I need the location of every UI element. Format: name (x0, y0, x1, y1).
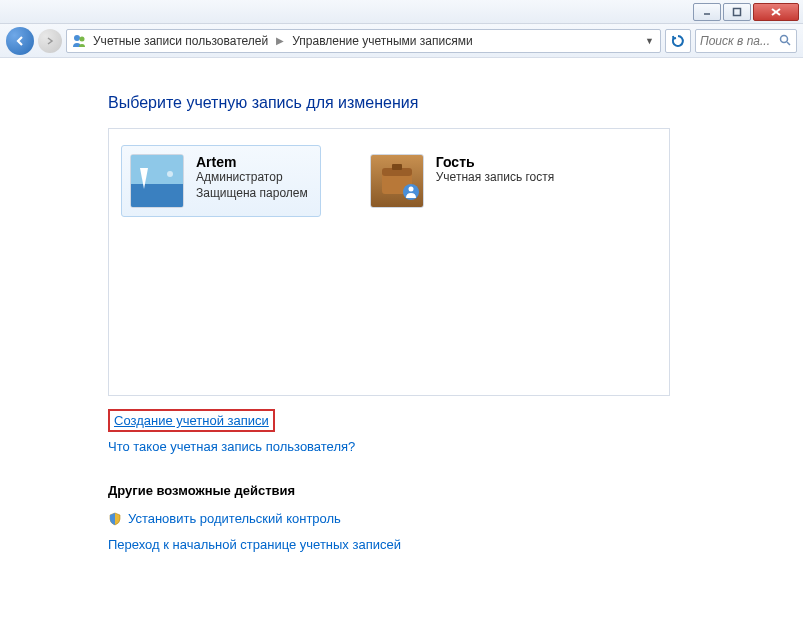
forward-button (38, 29, 62, 53)
back-button[interactable] (6, 27, 34, 55)
navigation-bar: Учетные записи пользователей ▶ Управлени… (0, 24, 803, 58)
search-box[interactable] (695, 29, 797, 53)
svg-point-6 (781, 36, 788, 43)
accounts-list: Artem Администратор Защищена паролем Гос… (108, 128, 670, 396)
create-account-link[interactable]: Создание учетной записи (108, 409, 275, 432)
account-role: Администратор (196, 170, 308, 186)
shield-icon (108, 512, 122, 526)
svg-point-5 (80, 36, 85, 41)
account-picture (130, 154, 184, 208)
account-role: Учетная запись гостя (436, 170, 555, 186)
search-input[interactable] (700, 34, 770, 48)
address-dropdown-icon[interactable]: ▼ (645, 36, 656, 46)
svg-point-11 (167, 171, 173, 177)
window-titlebar (0, 0, 803, 24)
links-area: Создание учетной записи Что такое учетна… (108, 408, 803, 558)
account-info: Гость Учетная запись гостя (436, 154, 555, 186)
account-info: Artem Администратор Защищена паролем (196, 154, 308, 201)
account-picture (370, 154, 424, 208)
svg-point-4 (74, 35, 80, 41)
page-heading: Выберите учетную запись для изменения (108, 94, 803, 112)
maximize-button[interactable] (723, 3, 751, 21)
close-button[interactable] (753, 3, 799, 21)
account-tile-artem[interactable]: Artem Администратор Защищена паролем (121, 145, 321, 217)
what-is-account-link[interactable]: Что такое учетная запись пользователя? (108, 439, 355, 454)
svg-rect-8 (130, 154, 184, 184)
account-name: Гость (436, 154, 555, 170)
goto-home-link[interactable]: Переход к начальной странице учетных зап… (108, 537, 401, 552)
breadcrumb-level2[interactable]: Управление учетными записями (292, 34, 472, 48)
account-status: Защищена паролем (196, 186, 308, 202)
svg-rect-9 (130, 184, 184, 208)
svg-rect-1 (734, 8, 741, 15)
content-area: Выберите учетную запись для изменения Ar… (0, 58, 803, 558)
account-name: Artem (196, 154, 308, 170)
refresh-button[interactable] (665, 29, 691, 53)
breadcrumb-level1[interactable]: Учетные записи пользователей (93, 34, 268, 48)
svg-rect-14 (392, 164, 402, 170)
address-bar[interactable]: Учетные записи пользователей ▶ Управлени… (66, 29, 661, 53)
minimize-button[interactable] (693, 3, 721, 21)
search-icon (779, 34, 792, 47)
svg-point-16 (408, 187, 413, 192)
breadcrumb-separator-icon: ▶ (274, 35, 286, 46)
account-tile-guest[interactable]: Гость Учетная запись гостя (361, 145, 568, 217)
parental-control-link[interactable]: Установить родительский контроль (128, 506, 341, 532)
users-icon (71, 33, 87, 49)
other-actions-label: Другие возможные действия (108, 478, 803, 504)
svg-line-7 (787, 42, 790, 45)
